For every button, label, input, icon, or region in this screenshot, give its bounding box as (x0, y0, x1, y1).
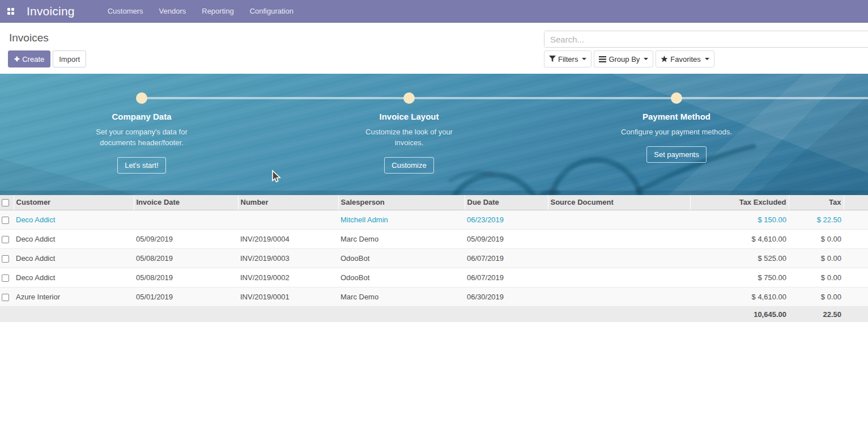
invoice-cell[interactable]: $ 0.00 (789, 268, 844, 287)
invoice-cell[interactable] (0, 268, 14, 287)
favorites-button-label: Favorites (670, 55, 700, 64)
invoice-cell[interactable]: Marc Demo (338, 287, 465, 306)
step-action-button[interactable]: Customize (384, 157, 433, 174)
list-header-row: Customer Invoice Date Number Salesperson… (0, 195, 868, 210)
invoice-cell[interactable]: $ 0.00 (789, 229, 844, 248)
invoice-cell[interactable]: $ 0.00 (789, 248, 844, 268)
invoice-cell[interactable]: INV/2019/0004 (238, 229, 338, 248)
invoice-cell[interactable]: $ 4,610.00 (690, 287, 789, 306)
bars-icon (599, 56, 606, 62)
invoice-cell[interactable] (548, 210, 690, 229)
invoice-cell[interactable]: Deco Addict (14, 229, 134, 248)
filters-button-label: Filters (558, 55, 578, 64)
column-header-invoice-date[interactable]: Invoice Date (134, 195, 238, 210)
column-header-source-document[interactable]: Source Document (548, 195, 690, 210)
navbar-menu-vendors[interactable]: Vendors (151, 0, 194, 22)
invoice-cell[interactable] (844, 210, 868, 229)
invoice-cell[interactable]: 05/08/2019 (134, 248, 238, 268)
invoice-cell[interactable] (548, 229, 690, 248)
row-checkbox[interactable] (2, 294, 9, 301)
invoice-cell[interactable] (238, 210, 338, 229)
column-header-due-date[interactable]: Due Date (465, 195, 548, 210)
navbar-menu-reporting[interactable]: Reporting (194, 0, 241, 22)
invoice-cell[interactable]: 05/09/2019 (134, 229, 238, 248)
app-brand[interactable]: Invoicing (27, 5, 75, 18)
invoice-cell[interactable]: Deco Addict (14, 248, 134, 268)
invoice-cell[interactable]: Deco Addict (14, 268, 134, 287)
favorites-button[interactable]: Favorites (656, 50, 714, 67)
navbar-menus: CustomersVendorsReportingConfiguration (100, 0, 301, 22)
page-title: Invoices (9, 32, 49, 44)
search-input[interactable] (544, 31, 868, 47)
invoice-cell[interactable]: 06/23/2019 (465, 210, 548, 229)
apps-menu-icon[interactable] (0, 0, 22, 23)
invoice-cell[interactable]: $ 150.00 (690, 210, 789, 229)
step-action-button[interactable]: Let's start! (117, 157, 166, 174)
invoice-row[interactable]: Deco AddictMitchell Admin06/23/2019$ 150… (0, 210, 868, 229)
invoice-cell[interactable] (548, 287, 690, 306)
row-checkbox[interactable] (2, 255, 9, 263)
invoice-cell[interactable]: 05/01/2019 (134, 287, 238, 306)
invoice-cell[interactable]: 06/07/2019 (465, 268, 548, 287)
invoice-cell[interactable]: 05/09/2019 (465, 229, 548, 248)
invoice-cell[interactable]: INV/2019/0002 (238, 268, 338, 287)
invoice-row[interactable]: Deco Addict05/08/2019INV/2019/0003OdooBo… (0, 248, 868, 268)
filter-icon (549, 56, 556, 62)
row-checkbox[interactable] (2, 217, 9, 224)
column-header-tax-excluded[interactable]: Tax Excluded (690, 195, 789, 210)
invoice-cell[interactable]: $ 750.00 (690, 268, 789, 287)
invoice-cell[interactable] (0, 248, 14, 268)
invoice-cell[interactable]: $ 4,610.00 (690, 229, 789, 248)
invoice-cell[interactable]: Marc Demo (338, 229, 465, 248)
invoice-cell[interactable]: Mitchell Admin (338, 210, 465, 229)
navbar-menu-customers[interactable]: Customers (100, 0, 151, 22)
control-panel: Invoices ✚ Create Import Filters Group B… (0, 23, 868, 74)
navbar-menu-configuration[interactable]: Configuration (242, 0, 301, 22)
invoice-cell[interactable] (0, 210, 14, 229)
create-button[interactable]: ✚ Create (8, 50, 50, 67)
column-header-tax[interactable]: Tax (789, 195, 844, 210)
invoice-cell[interactable]: 05/08/2019 (134, 268, 238, 287)
import-button[interactable]: Import (53, 50, 86, 67)
invoice-cell[interactable]: 06/07/2019 (465, 248, 548, 268)
invoice-cell[interactable]: INV/2019/0003 (238, 248, 338, 268)
invoice-cell[interactable]: $ 525.00 (690, 248, 789, 268)
invoice-cell[interactable] (844, 268, 868, 287)
invoice-cell[interactable] (548, 268, 690, 287)
onboarding-step-company-data: Company DataSet your company's data for … (68, 92, 215, 174)
step-description: Configure your payment methods. (620, 126, 733, 137)
column-header-customer[interactable]: Customer (14, 195, 134, 210)
invoice-cell[interactable] (844, 287, 868, 306)
invoice-cell[interactable] (844, 248, 868, 268)
invoice-cell[interactable] (134, 210, 238, 229)
onboarding-step-invoice-layout: Invoice LayoutCustomize the look of your… (335, 92, 483, 174)
invoice-cell[interactable]: $ 22.50 (789, 210, 844, 229)
invoice-cell[interactable] (844, 229, 868, 248)
filters-button[interactable]: Filters (544, 50, 592, 67)
group-by-button[interactable]: Group By (594, 50, 653, 67)
onboarding-banner: Company DataSet your company's data for … (0, 74, 868, 195)
invoice-row[interactable]: Azure Interior05/01/2019INV/2019/0001Mar… (0, 287, 868, 306)
select-all-checkbox[interactable] (2, 199, 9, 206)
row-checkbox[interactable] (2, 274, 9, 282)
invoice-cell[interactable]: 06/30/2019 (465, 287, 548, 306)
invoice-cell[interactable]: INV/2019/0001 (238, 287, 338, 306)
step-dot (403, 92, 415, 104)
step-action-button[interactable]: Set payments (646, 146, 707, 163)
column-header-salesperson[interactable]: Salesperson (338, 195, 465, 210)
invoice-cell[interactable] (0, 287, 14, 306)
import-button-label: Import (59, 55, 80, 64)
invoice-cell[interactable]: Azure Interior (14, 287, 134, 306)
invoice-cell[interactable] (548, 248, 690, 268)
invoice-cell[interactable]: OdooBot (338, 248, 465, 268)
invoice-cell[interactable]: $ 0.00 (789, 287, 844, 306)
invoice-row[interactable]: Deco Addict05/08/2019INV/2019/0002OdooBo… (0, 268, 868, 287)
invoice-cell[interactable]: OdooBot (338, 268, 465, 287)
column-header-number[interactable]: Number (238, 195, 338, 210)
group-by-button-label: Group By (609, 55, 640, 64)
row-checkbox[interactable] (2, 236, 9, 243)
invoice-row[interactable]: Deco Addict05/09/2019INV/2019/0004Marc D… (0, 229, 868, 248)
invoice-cell[interactable] (0, 229, 14, 248)
invoice-cell[interactable]: Deco Addict (14, 210, 134, 229)
step-title: Company Data (68, 112, 215, 121)
